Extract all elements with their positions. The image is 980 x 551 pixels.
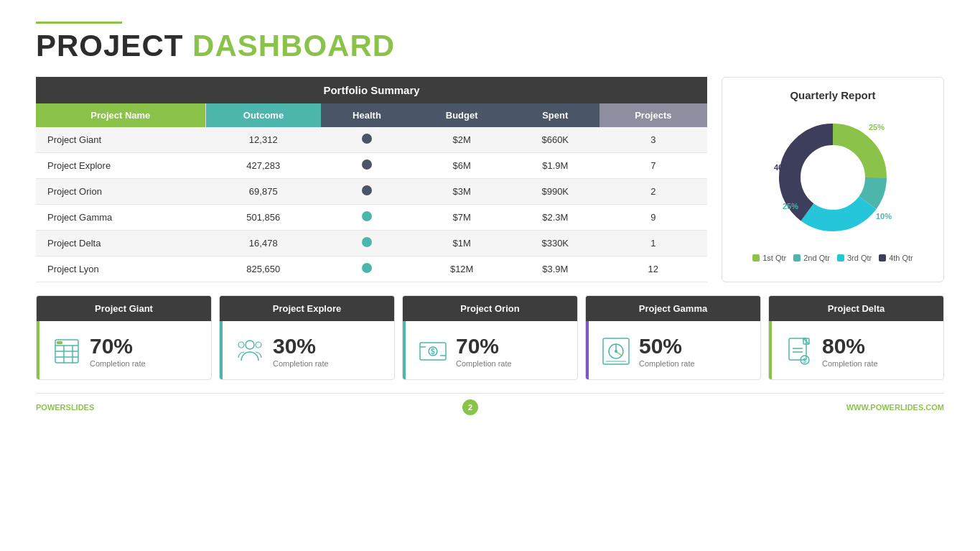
completion-label: Completion rate bbox=[273, 359, 329, 368]
completion-label: Completion rate bbox=[90, 359, 146, 368]
cell-outcome: 825,650 bbox=[205, 256, 321, 282]
cell-project-name: Project Gamma bbox=[36, 205, 205, 231]
card-body: $ 70% Completion rate bbox=[403, 321, 577, 379]
card-icon bbox=[51, 335, 83, 367]
column-headers: Project Name Outcome Health Budget Spent… bbox=[36, 103, 707, 127]
cell-project-name: Project Explore bbox=[36, 153, 205, 179]
legend-item-4thqtr: 4th Qtr bbox=[879, 254, 913, 262]
completion-percentage: 30% bbox=[273, 334, 329, 358]
main-content: Portfolio Summary Project Name Outcome H… bbox=[36, 77, 944, 282]
quarterly-title: Quarterly Report bbox=[790, 89, 875, 101]
cell-health bbox=[321, 256, 412, 282]
card-accent-bar bbox=[586, 321, 589, 379]
cell-health bbox=[321, 153, 412, 179]
cell-spent: $1.9M bbox=[511, 153, 599, 179]
health-dot bbox=[362, 211, 372, 221]
portfolio-table: Portfolio Summary Project Name Outcome H… bbox=[36, 77, 707, 282]
legend-label-1stqtr: 1st Qtr bbox=[762, 254, 786, 262]
footer-brand-word2: SLIDES bbox=[66, 403, 95, 412]
col-header-outcome: Outcome bbox=[205, 103, 321, 127]
completion-label: Completion rate bbox=[456, 359, 512, 368]
cell-budget: $3M bbox=[413, 179, 511, 205]
table-row: Project Delta 16,478 $1M $330K 1 bbox=[36, 231, 707, 256]
cell-budget: $6M bbox=[413, 153, 511, 179]
cell-outcome: 427,283 bbox=[205, 153, 321, 179]
donut-svg bbox=[768, 113, 897, 242]
col-header-projects: Projects bbox=[599, 103, 707, 127]
table-row: Project Gamma 501,856 $7M $2.3M 9 bbox=[36, 205, 707, 231]
table-row: Project Orion 69,875 $3M $990K 2 bbox=[36, 179, 707, 205]
health-dot bbox=[362, 263, 372, 273]
cell-spent: $3.9M bbox=[511, 256, 599, 282]
card-body: $ 80% Completion rate bbox=[769, 321, 943, 379]
svg-point-12 bbox=[256, 342, 261, 348]
header-accent-line bbox=[36, 22, 122, 24]
completion-label: Completion rate bbox=[822, 359, 878, 368]
title-word-dashboard: DASHBOARD bbox=[192, 29, 395, 62]
cell-spent: $990K bbox=[511, 179, 599, 205]
cell-budget: $12M bbox=[413, 256, 511, 282]
page: PROJECT DASHBOARD Portfolio Summary Proj… bbox=[0, 0, 980, 551]
card-icon bbox=[600, 335, 632, 367]
legend-label-3rdqtr: 3rd Qtr bbox=[847, 254, 872, 262]
quarterly-section: Quarterly Report 25% 10% bbox=[722, 77, 944, 282]
title-word-project: PROJECT bbox=[36, 29, 183, 62]
legend-dot-1stqtr bbox=[752, 254, 760, 261]
legend-dot-4thqtr bbox=[879, 254, 886, 261]
donut-label-4thqtr: 40% bbox=[774, 163, 790, 172]
card-header: Project Orion bbox=[403, 296, 577, 321]
donut-label-2ndqtr: 10% bbox=[876, 212, 892, 221]
legend-item-3rdqtr: 3rd Qtr bbox=[837, 254, 872, 262]
cell-spent: $2.3M bbox=[511, 205, 599, 231]
legend-dot-2ndqtr bbox=[793, 254, 801, 261]
cell-projects: 2 bbox=[599, 179, 707, 205]
svg-text:$: $ bbox=[431, 348, 435, 356]
svg-rect-10 bbox=[57, 341, 62, 344]
card-stats: 70% Completion rate bbox=[456, 334, 512, 368]
cell-projects: 9 bbox=[599, 205, 707, 231]
legend-label-4thqtr: 4th Qtr bbox=[889, 254, 913, 262]
completion-label: Completion rate bbox=[639, 359, 695, 368]
project-card: Project Explore 30% Completion rate bbox=[219, 295, 395, 380]
health-dot bbox=[362, 159, 372, 170]
donut-label-3rdqtr: 25% bbox=[783, 202, 798, 210]
cell-budget: $7M bbox=[413, 205, 511, 231]
legend-label-2ndqtr: 2nd Qtr bbox=[803, 254, 830, 262]
cell-project-name: Project Giant bbox=[36, 127, 205, 153]
cell-project-name: Project Lyon bbox=[36, 256, 205, 282]
card-body: 30% Completion rate bbox=[220, 321, 394, 379]
card-icon bbox=[234, 335, 266, 367]
svg-point-11 bbox=[246, 341, 254, 349]
cell-health bbox=[321, 205, 412, 231]
card-icon: $ bbox=[783, 335, 815, 367]
card-body: 70% Completion rate bbox=[37, 321, 211, 379]
card-stats: 80% Completion rate bbox=[822, 334, 878, 368]
completion-percentage: 80% bbox=[822, 334, 878, 358]
card-accent-bar bbox=[403, 321, 406, 379]
card-accent-bar bbox=[37, 321, 39, 379]
table-row: Project Explore 427,283 $6M $1.9M 7 bbox=[36, 153, 707, 179]
project-card: Project Gamma 50% Completion rate bbox=[585, 295, 761, 380]
footer-page-num: 2 bbox=[462, 399, 478, 415]
card-header: Project Giant bbox=[37, 296, 211, 321]
cell-outcome: 12,312 bbox=[205, 127, 321, 153]
cell-spent: $660K bbox=[511, 127, 599, 153]
cell-budget: $2M bbox=[413, 127, 511, 153]
card-stats: 30% Completion rate bbox=[273, 334, 329, 368]
table-row: Project Giant 12,312 $2M $660K 3 bbox=[36, 127, 707, 153]
completion-percentage: 70% bbox=[456, 334, 512, 358]
card-accent-bar bbox=[220, 321, 223, 379]
donut-chart: 25% 10% 25% 40% bbox=[768, 113, 897, 242]
cell-projects: 12 bbox=[599, 256, 707, 282]
col-header-project-name: Project Name bbox=[36, 103, 205, 127]
footer: POWERSLIDES 2 WWW.POWERLIDES.COM bbox=[36, 393, 944, 415]
legend-item-2ndqtr: 2nd Qtr bbox=[793, 254, 830, 262]
legend-item-1stqtr: 1st Qtr bbox=[752, 254, 786, 262]
card-header: Project Gamma bbox=[586, 296, 760, 321]
cell-health bbox=[321, 127, 412, 153]
cell-projects: 3 bbox=[599, 127, 707, 153]
svg-point-21 bbox=[615, 350, 617, 353]
svg-text:$: $ bbox=[803, 357, 806, 364]
card-stats: 50% Completion rate bbox=[639, 334, 695, 368]
col-header-spent: Spent bbox=[511, 103, 599, 127]
